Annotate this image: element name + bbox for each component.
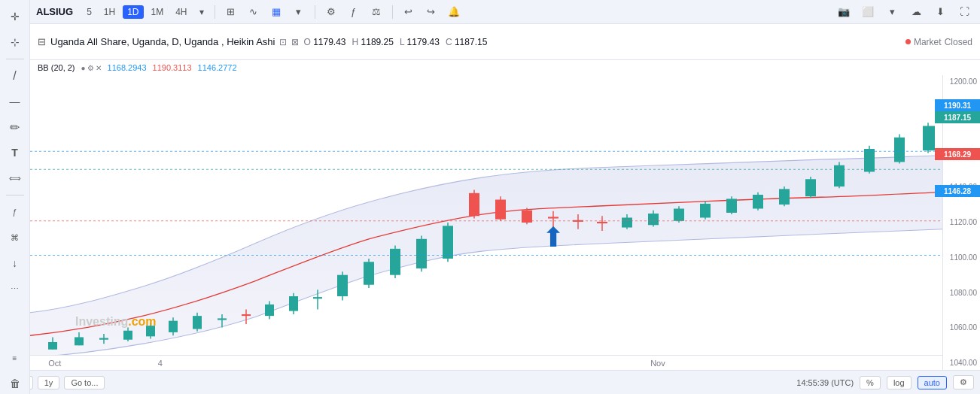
divider-2: [6, 195, 24, 195]
watermark: Investing.com: [75, 315, 157, 329]
bb-close-icon[interactable]: ✕: [96, 64, 102, 72]
toolbar-right: 📷 ⬜ ▾ ☁ ⬇ ⛶: [834, 2, 974, 22]
bb-val3: 1146.2772: [198, 63, 237, 72]
sep-2: [315, 5, 315, 19]
bb-settings-icon[interactable]: ⚙: [87, 64, 94, 72]
cursor-tool[interactable]: ✛: [5, 6, 26, 27]
fullscreen-btn[interactable]: ⛶: [954, 2, 974, 22]
candle-body: [726, 199, 737, 213]
low-label: L 1179.43: [400, 37, 440, 47]
bb-val2: 1190.3113: [153, 63, 192, 72]
line-chart-btn[interactable]: ∿: [244, 2, 263, 22]
timeframe-4h[interactable]: 4H: [171, 5, 191, 19]
log-btn[interactable]: log: [887, 376, 912, 389]
candle-body: [469, 193, 479, 216]
bb-eye-icon[interactable]: ●: [81, 64, 86, 72]
chart-settings-btn[interactable]: ⚙: [953, 375, 974, 389]
bb-val1: 1168.2943: [108, 63, 147, 72]
compare-btn[interactable]: ⚖: [367, 2, 386, 22]
publish-btn[interactable]: ☁: [906, 2, 926, 22]
bb-label: BB (20, 2): [38, 63, 75, 72]
candle-body: [495, 200, 506, 220]
draw-tool[interactable]: ✏: [5, 117, 26, 138]
chart-type-dropdown[interactable]: ▾: [289, 2, 309, 22]
time-label-nov: Nov: [650, 359, 665, 368]
candle-body: [894, 138, 905, 162]
lock-icon: ⊠: [291, 37, 299, 47]
timerange-1y-btn[interactable]: 1y: [38, 376, 60, 389]
undo-btn[interactable]: ↩: [399, 2, 418, 22]
bar-chart-btn[interactable]: ⊞: [221, 2, 241, 22]
watermark-com: .com: [128, 315, 156, 328]
more-tools[interactable]: ⋯: [5, 278, 26, 299]
fibonacci-tool[interactable]: ƒ: [5, 202, 26, 223]
market-label: Market: [914, 37, 942, 47]
candle-body: [265, 305, 274, 316]
candle-body: [834, 165, 845, 186]
indicators-btn[interactable]: ƒ: [344, 2, 364, 22]
candle-body: [779, 189, 790, 205]
text-tool[interactable]: T: [5, 142, 26, 163]
candle-body: [48, 342, 57, 350]
alert-btn[interactable]: 🔔: [444, 2, 464, 22]
chart-header: ⊟ Uganda All Share, Uganda, D, Uganda , …: [30, 24, 980, 60]
chart-area: Investing.com ⬆: [30, 75, 942, 370]
price-badge-1190: 1190.31: [935, 99, 980, 111]
price-label-1120: 1120.00: [943, 219, 980, 226]
ohlc-values: O 1179.43 H 1189.25 L 1179.43 C 1187.15: [303, 37, 487, 47]
candle-body: [753, 195, 763, 209]
download-btn[interactable]: ⬇: [930, 2, 950, 22]
objects-tree[interactable]: ≡: [5, 347, 26, 368]
goto-btn[interactable]: Go to...: [64, 376, 105, 389]
status-label: Closed: [945, 37, 972, 47]
timeframe-1m[interactable]: 1M: [147, 5, 169, 19]
candle-body: [169, 321, 178, 332]
open-label: O 1179.43: [303, 37, 345, 47]
settings-btn[interactable]: ⚙: [321, 2, 341, 22]
status-bar: 10y 1y Go to... 14:55:39 (UTC) % log aut…: [0, 370, 980, 394]
watermark-investing: Investing: [75, 315, 128, 328]
candle-body: [193, 316, 202, 329]
time-axis: Oct 4 Nov: [30, 355, 942, 370]
top-toolbar: ALSIUG 5 1H 1D 1M 4H ▾ ⊞ ∿ ▦ ▾ ⚙ ƒ ⚖ ↩ ↪…: [30, 0, 980, 24]
trash-tool[interactable]: 🗑: [5, 373, 26, 394]
candle-chart-btn[interactable]: ▦: [266, 2, 286, 22]
chart-title: Uganda All Share, Uganda, D, Uganda , He…: [50, 36, 275, 47]
candle-body: [674, 208, 684, 220]
bb-edit-icons: ● ⚙ ✕: [81, 64, 102, 72]
price-label-1040: 1040.00: [943, 359, 980, 367]
candle-body: [364, 262, 374, 284]
horizontal-line-tool[interactable]: —: [5, 91, 26, 112]
crosshair-tool[interactable]: ⊹: [5, 32, 26, 53]
timeframe-dropdown[interactable]: ▾: [195, 5, 208, 19]
layout-dropdown[interactable]: ▾: [882, 2, 902, 22]
candle-body: [337, 275, 348, 296]
trend-line-tool[interactable]: /: [5, 65, 26, 86]
redo-btn[interactable]: ↪: [422, 2, 441, 22]
sep-3: [392, 5, 393, 19]
collapse-btn[interactable]: ⊟: [38, 36, 46, 47]
up-arrow-annotation: ⬆: [542, 222, 565, 253]
candle-body: [390, 249, 400, 275]
candle-body: [416, 239, 427, 268]
candle-body: [289, 296, 298, 311]
market-status: Market Closed: [905, 37, 972, 47]
timeframe-1h[interactable]: 1H: [99, 5, 120, 19]
pattern-tool[interactable]: ⌘: [5, 227, 26, 248]
screenshot-btn[interactable]: 📷: [834, 2, 854, 22]
candle-body: [75, 337, 84, 345]
pct-btn[interactable]: %: [860, 376, 881, 389]
zoom-in-tool[interactable]: ↓: [5, 253, 26, 274]
timeframe-5[interactable]: 5: [82, 5, 96, 19]
timeframe-1d[interactable]: 1D: [123, 5, 143, 19]
layout-btn[interactable]: ⬜: [858, 2, 878, 22]
auto-btn[interactable]: auto: [918, 376, 947, 389]
high-label: H 1189.25: [352, 37, 394, 47]
price-label-1200: 1200.00: [943, 78, 980, 86]
sep-1: [215, 5, 215, 19]
utc-time: 14:55:39 (UTC): [796, 378, 854, 387]
left-toolbar: ✛ ⊹ / — ✏ T ⟺ ƒ ⌘ ↓ ⋯ ≡ 🗑: [0, 0, 30, 394]
measure-tool[interactable]: ⟺: [5, 168, 26, 189]
price-label-1080: 1080.00: [943, 289, 980, 297]
status-dot: [905, 39, 911, 44]
